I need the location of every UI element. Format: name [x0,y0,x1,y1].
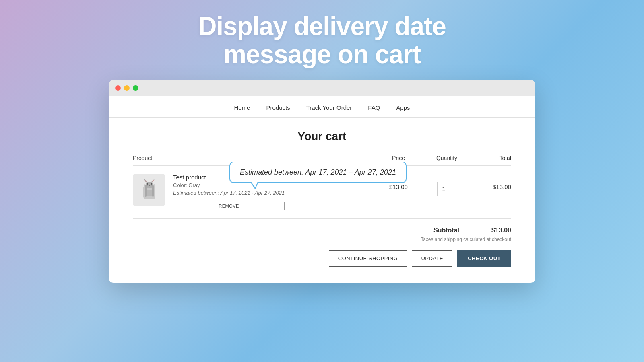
col-header-total: Total [471,155,511,161]
update-button[interactable]: UPDATE [412,250,452,267]
nav-faq[interactable]: FAQ [368,104,380,111]
product-thumbnail [136,177,162,203]
delivery-tooltip: Estimated between: Apr 17, 2021 – Apr 27… [229,162,407,183]
remove-button[interactable]: REMOVE [173,202,285,210]
svg-marker-4 [144,180,147,182]
product-image [133,174,165,206]
delivery-estimate: Estimated between: Apr 17, 2021 - Apr 27… [173,190,285,196]
product-total: $13.00 [471,174,511,190]
quantity-cell [423,174,471,196]
browser-window: Home Products Track Your Order FAQ Apps … [109,80,535,283]
col-header-price: Price [374,155,423,161]
subtotal-row: Subtotal $13.00 [433,227,511,234]
svg-marker-5 [152,180,154,182]
cart-summary: Subtotal $13.00 Taxes and shipping calcu… [133,219,511,242]
svg-point-6 [147,183,148,185]
browser-bar [109,80,535,96]
window-maximize-dot[interactable] [133,85,138,91]
hero-title: Display delivery date message on cart [198,12,446,69]
window-minimize-dot[interactable] [124,85,130,91]
product-variant: Color: Gray [173,182,285,188]
nav-products[interactable]: Products [266,104,290,111]
subtotal-amount: $13.00 [491,227,511,234]
nav-home[interactable]: Home [234,104,250,111]
cart-title: Your cart [133,130,511,143]
col-header-quantity: Quantity [423,155,471,161]
quantity-input[interactable] [437,182,456,196]
svg-rect-14 [145,185,147,197]
window-close-dot[interactable] [115,85,121,91]
col-header-product: Product [133,155,374,161]
nav-track-order[interactable]: Track Your Order [306,104,352,111]
svg-point-8 [149,185,150,185]
table-row: Estimated between: Apr 17, 2021 – Apr 27… [133,166,511,219]
cart-actions: CONTINUE SHOPPING UPDATE CHECK OUT [133,250,511,267]
cart-content: Your cart Product Price Quantity Total E… [109,118,535,283]
store-nav: Home Products Track Your Order FAQ Apps [109,96,535,118]
svg-rect-15 [152,185,154,197]
nav-apps[interactable]: Apps [396,104,410,111]
tax-note: Taxes and shipping calculated at checkou… [421,237,511,242]
svg-point-7 [151,183,152,185]
checkout-button[interactable]: CHECK OUT [457,250,511,267]
continue-shopping-button[interactable]: CONTINUE SHOPPING [329,250,407,267]
subtotal-label: Subtotal [433,227,459,234]
